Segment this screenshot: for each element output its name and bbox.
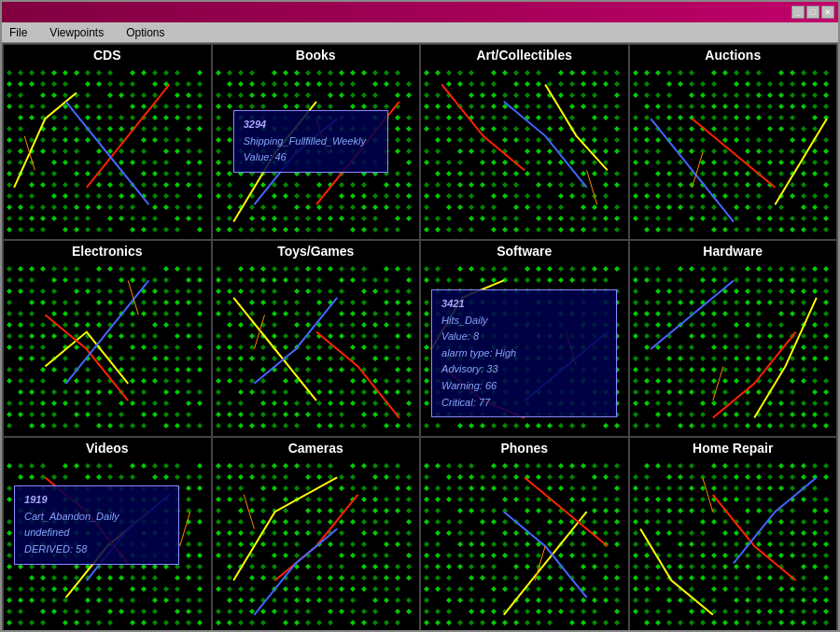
cell-content-phones [421, 460, 628, 632]
window-controls[interactable]: _ □ × [791, 6, 834, 19]
grid-cell-videos: Videos1919Cart_Abandon_DailyundefinedDER… [3, 437, 212, 632]
maximize-button[interactable]: □ [806, 6, 819, 19]
cell-content-auctions [630, 67, 837, 239]
tooltip-id: 1919 [24, 492, 169, 509]
tooltip-value: undefined [24, 525, 169, 541]
cell-content-toys [213, 263, 420, 435]
tooltip-id: 3294 [244, 117, 378, 133]
menu-file[interactable]: File [6, 25, 31, 40]
cell-title-homerepair: Home Repair [630, 438, 837, 458]
cell-title-cds: CDS [4, 45, 211, 65]
cell-content-hardware [630, 263, 837, 435]
cell-content-software: 3421Hits_DailyValue: 8alarm type: HighAd… [421, 263, 628, 435]
grid-cell-books: Books3294Shipping_Fullfilled_WeeklyValue… [212, 44, 421, 240]
grid-cell-toys: Toys/Games [212, 240, 421, 436]
grid-cell-electronics: Electronics [3, 240, 212, 436]
data-grid: CDSBooks3294Shipping_Fullfilled_WeeklyVa… [2, 43, 838, 632]
grid-cell-cds: CDS [3, 44, 212, 240]
cell-title-hardware: Hardware [630, 241, 837, 261]
cell-content-cds [4, 67, 211, 239]
cell-title-auctions: Auctions [630, 45, 837, 65]
grid-cell-cameras: Cameras [212, 437, 421, 632]
grid-cell-homerepair: Home Repair [629, 437, 838, 632]
cell-content-books: 3294Shipping_Fullfilled_WeeklyValue: 46 [213, 67, 420, 239]
grid-cell-hardware: Hardware [629, 240, 838, 436]
tooltip-alarm: alarm type: High [441, 345, 607, 362]
tooltip-derived: DERIVED: 58 [24, 541, 169, 558]
tooltip-value: Value: 8 [441, 329, 607, 345]
title-bar: _ □ × [2, 2, 838, 22]
cell-title-phones: Phones [421, 438, 628, 458]
cell-title-software: Software [421, 241, 628, 261]
tooltip-books: 3294Shipping_Fullfilled_WeeklyValue: 46 [233, 110, 388, 173]
minimize-button[interactable]: _ [791, 6, 805, 19]
tooltip-warning: Warning: 66 [441, 378, 607, 395]
cell-title-videos: Videos [4, 438, 211, 458]
tooltip-value: Value: 46 [244, 149, 378, 166]
grid-cell-art: Art/Collectibles [420, 44, 629, 240]
tooltip-critical: Critical: 77 [441, 395, 607, 412]
grid-cell-software: Software3421Hits_DailyValue: 8alarm type… [420, 240, 629, 436]
tooltip-id: 3421 [441, 296, 607, 313]
cell-content-videos: 1919Cart_Abandon_DailyundefinedDERIVED: … [4, 460, 211, 632]
tooltip-software: 3421Hits_DailyValue: 8alarm type: HighAd… [431, 289, 617, 417]
cell-title-art: Art/Collectibles [421, 45, 628, 65]
grid-cell-phones: Phones [420, 437, 629, 632]
tooltip-metric: Shipping_Fullfilled_Weekly [244, 133, 378, 150]
cell-title-electronics: Electronics [4, 241, 211, 261]
cell-content-homerepair [630, 460, 837, 632]
tooltip-videos: 1919Cart_Abandon_DailyundefinedDERIVED: … [14, 485, 179, 564]
cell-content-art [421, 67, 628, 239]
menu-bar: File Viewpoints Options [2, 22, 838, 43]
cell-content-electronics [4, 263, 211, 435]
cell-content-cameras [213, 460, 420, 632]
close-button[interactable]: × [821, 6, 834, 19]
menu-viewpoints[interactable]: Viewpoints [46, 25, 107, 40]
tooltip-metric: Cart_Abandon_Daily [24, 509, 169, 526]
tooltip-metric: Hits_Daily [441, 313, 607, 330]
tooltip-advisory: Advisory: 33 [441, 361, 607, 378]
cell-title-books: Books [213, 45, 420, 65]
cell-title-cameras: Cameras [213, 438, 420, 458]
grid-cell-auctions: Auctions [629, 44, 838, 240]
menu-options[interactable]: Options [122, 25, 168, 40]
cell-title-toys: Toys/Games [213, 241, 420, 261]
